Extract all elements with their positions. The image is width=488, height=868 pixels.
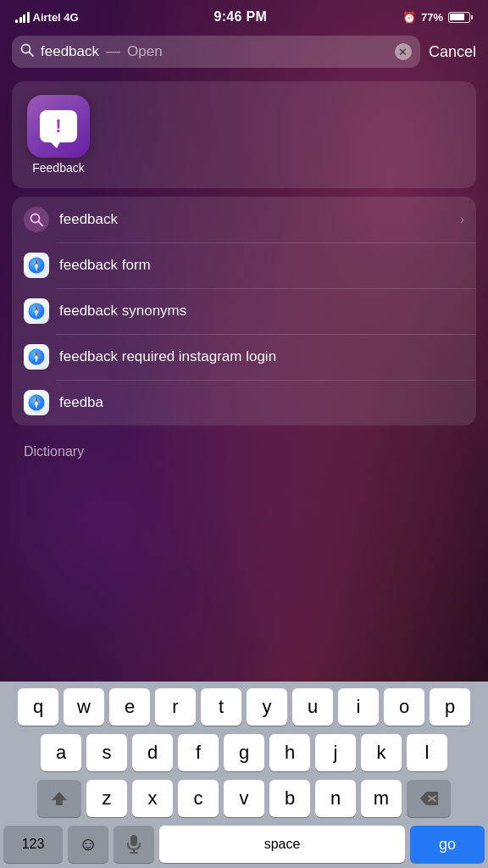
key-p[interactable]: p [430, 688, 470, 726]
go-key[interactable]: go [410, 826, 485, 863]
microphone-key[interactable] [114, 826, 154, 863]
svg-rect-27 [130, 835, 137, 846]
suggestion-item-2[interactable]: feedback synonyms [12, 288, 476, 334]
status-bar: Airtel 4G 9:46 PM ⏰ 77% [0, 0, 488, 31]
key-t[interactable]: t [201, 688, 241, 726]
svg-point-13 [36, 310, 38, 313]
safari-icon-4 [24, 390, 49, 415]
cancel-button[interactable]: Cancel [429, 43, 476, 61]
search-clear-button[interactable]: ✕ [395, 43, 412, 60]
safari-icon-3 [24, 344, 49, 370]
key-z[interactable]: z [86, 780, 127, 817]
exclaim-mark: ! [55, 117, 61, 136]
key-u[interactable]: u [292, 688, 333, 726]
dictionary-section-label: Dictionary [0, 434, 488, 465]
search-bar-row: feedback — Open ✕ Cancel [0, 31, 488, 76]
keyboard-row-4: 123 ☺ space go [3, 826, 485, 863]
suggestion-item-1[interactable]: feedback form [12, 242, 476, 288]
app-card-left: ! Feedback [27, 95, 90, 175]
key-g[interactable]: g [224, 734, 264, 771]
app-name: Feedback [32, 161, 84, 175]
backspace-key[interactable] [407, 780, 451, 817]
battery-pct: 77% [421, 11, 443, 24]
carrier-label: Airtel 4G [33, 11, 79, 24]
key-k[interactable]: k [361, 734, 402, 771]
suggestions-card: feedback › [12, 197, 476, 426]
key-v[interactable]: v [224, 780, 264, 817]
key-e[interactable]: e [109, 688, 150, 726]
status-left: Airtel 4G [15, 11, 79, 24]
key-b[interactable]: b [269, 780, 310, 817]
search-text-area: feedback — Open [41, 43, 388, 60]
search-open-label: Open [127, 43, 163, 60]
search-box[interactable]: feedback — Open ✕ [12, 36, 420, 68]
key-x[interactable]: x [132, 780, 173, 817]
suggestion-text-4: feedba [59, 394, 464, 411]
keyboard-row-1: q w e r t y u i o p [3, 688, 485, 726]
app-icon-inner: ! [40, 110, 77, 142]
emoji-key[interactable]: ☺ [68, 826, 108, 863]
safari-icon-1 [24, 253, 49, 278]
search-dash: — [106, 43, 120, 60]
suggestion-item-0[interactable]: feedback › [12, 197, 476, 242]
battery-icon [448, 12, 473, 23]
svg-marker-24 [52, 792, 67, 805]
svg-point-8 [36, 264, 38, 267]
suggestion-text-1: feedback form [59, 257, 464, 274]
signal-bars [15, 11, 30, 23]
search-query: feedback [41, 43, 99, 60]
svg-line-1 [30, 53, 34, 57]
suggestion-text-2: feedback synonyms [59, 303, 464, 320]
search-suggestion-icon [24, 207, 49, 232]
key-o[interactable]: o [384, 688, 424, 726]
key-f[interactable]: f [178, 734, 219, 771]
key-r[interactable]: r [155, 688, 196, 726]
numbers-key[interactable]: 123 [3, 826, 63, 863]
key-d[interactable]: d [132, 734, 173, 771]
key-h[interactable]: h [269, 734, 310, 771]
status-right: ⏰ 77% [402, 11, 473, 24]
key-m[interactable]: m [361, 780, 402, 817]
key-y[interactable]: y [247, 688, 287, 726]
key-q[interactable]: q [18, 688, 58, 726]
keyboard-row-2: a s d f g h j k l [3, 734, 485, 771]
alarm-icon: ⏰ [402, 11, 416, 24]
key-l[interactable]: l [407, 734, 447, 771]
svg-point-18 [36, 356, 38, 359]
keyboard-row-3: z x c v b n m [3, 780, 485, 817]
app-icon: ! [27, 95, 90, 158]
shift-key[interactable] [37, 780, 81, 817]
suggestion-item-4[interactable]: feedba [12, 380, 476, 426]
safari-icon-2 [24, 298, 49, 324]
bubble-icon: ! [40, 110, 77, 142]
app-result-card[interactable]: ! Feedback [12, 81, 476, 188]
key-c[interactable]: c [178, 780, 219, 817]
time-label: 9:46 PM [214, 9, 268, 25]
svg-line-3 [39, 222, 43, 226]
svg-point-23 [36, 402, 38, 404]
key-i[interactable]: i [338, 688, 379, 726]
chevron-right-icon: › [460, 212, 464, 227]
space-key[interactable]: space [159, 826, 405, 863]
suggestion-text-3: feedback required instagram login [59, 348, 464, 365]
search-icon [20, 43, 34, 60]
keyboard: q w e r t y u i o p a s d f g h j k l [0, 682, 488, 868]
suggestion-text-0: feedback [59, 211, 450, 228]
key-a[interactable]: a [41, 734, 81, 771]
key-s[interactable]: s [86, 734, 127, 771]
key-j[interactable]: j [315, 734, 356, 771]
key-n[interactable]: n [315, 780, 356, 817]
suggestion-item-3[interactable]: feedback required instagram login [12, 334, 476, 380]
key-w[interactable]: w [64, 688, 104, 726]
